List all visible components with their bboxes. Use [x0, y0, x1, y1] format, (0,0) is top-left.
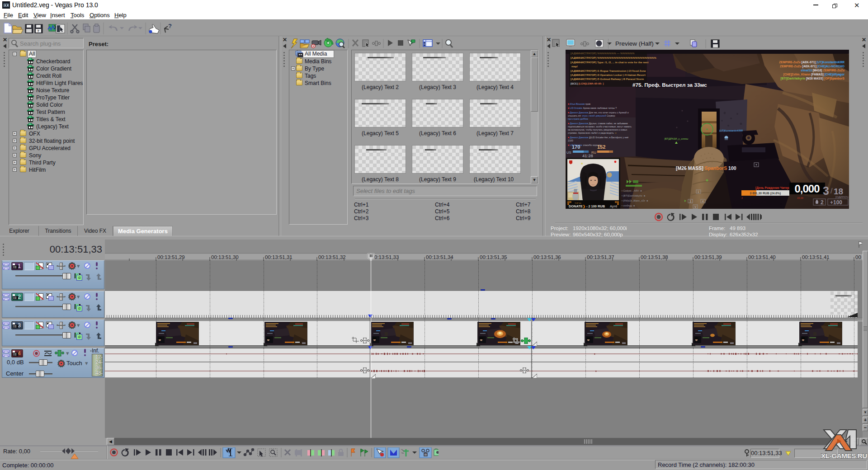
- svg-text:при страте доббле: при страте доббле: [568, 118, 588, 120]
- svg-text:[M26 MASS] SpanborS 100: [M26 MASS] SpanborS 100: [676, 165, 736, 171]
- svg-text:00:13:51,36: 00:13:51,36: [533, 254, 561, 260]
- svg-text:[ОДИНОЧ.]: [ОДИНОЧ.]: [835, 195, 849, 198]
- svg-text:[ВСЕ] [LGN]LEMA-95-95: ]: [ВСЕ] [LGN]LEMA-95-95: ]: [571, 82, 604, 85]
- svg-text:00:13:51,31: 00:13:51,31: [265, 254, 292, 260]
- svg-text:XL-GAMES.RU: XL-GAMES.RU: [821, 452, 867, 460]
- svg-text:?: ?: [37, 29, 39, 33]
- svg-text:2: 2: [741, 197, 743, 199]
- svg-text:DONATE❯ - 2 100 RUB: DONATE❯ - 2 100 RUB: [569, 204, 605, 209]
- svg-text:[АДМИНИСТРАТОР] /1 Rogue Tran: [АДМИНИСТРАТОР] /1 Rogue Transmission | …: [571, 70, 646, 72]
- svg-text:+100: +100: [830, 199, 842, 206]
- svg-text:00:13:51,39: 00:13:51,39: [694, 254, 722, 260]
- svg-text:00: 00: [855, 254, 861, 260]
- svg-text:41:28: 41:28: [582, 153, 593, 158]
- svg-text:0:13:51,33: 0:13:51,33: [374, 254, 399, 260]
- svg-text:00:13:51,40: 00:13:51,40: [748, 254, 776, 260]
- svg-text:слышать её: игра с моей девушк: слышать её: игра с моей девушкой Сервер:: [568, 114, 615, 117]
- svg-text:#75. Преф. Выстрел за 33мс: #75. Преф. Выстрел за 33мс: [632, 82, 707, 88]
- svg-text:V: V: [694, 205, 697, 208]
- svg-text:00:13:51,29: 00:13:51,29: [157, 254, 185, 260]
- svg-text:1: 1: [698, 190, 699, 193]
- svg-text:00:13:51,32: 00:13:51,32: [318, 254, 346, 260]
- svg-text:[АДМИНИСТРАТОР] Type: /1, /2,: [АДМИНИСТРАТОР] Type: /1, /2, ... in cha…: [571, 61, 648, 64]
- svg-text:3: 3: [689, 200, 691, 203]
- svg-text:на колокольчик, чтобы получать: на колокольчик, чтобы получать уведомлен…: [568, 128, 627, 131]
- svg-text:2: 2: [821, 199, 824, 206]
- svg-text:Артë: Артë: [610, 204, 617, 208]
- svg-text:?: ?: [168, 23, 172, 29]
- svg-text:00:13:51,30: 00:13:51,30: [211, 254, 239, 260]
- svg-text:170: 170: [572, 144, 580, 150]
- svg-text:■ Даниил Данилов Друзья, стави: ■ Даниил Данилов Друзья, ставим лайки, н…: [568, 122, 628, 125]
- svg-text:0,000: 0,000: [794, 183, 820, 195]
- svg-text:стримах. Арина всех любит и ра: стримах. Арина всех любит и рада видеть …: [568, 132, 617, 134]
- svg-text:00:13:51,41: 00:13:51,41: [802, 254, 830, 260]
- svg-text:[АДМИНИСТРАТОР] /5 Golmud Rai: [АДМИНИСТРАТОР] /5 Golmud Railway | /6 P…: [571, 78, 644, 80]
- svg-text:■ Даниил Данилов @LID 0nicake: ■ Даниил Данилов @LID 0nicake Нет, в Бат…: [568, 136, 628, 139]
- svg-text:3: 3: [823, 184, 829, 197]
- svg-text:elmal13 [M416] ZEMPIRE-ZuZu: elmal13 [M416] ZEMPIRE-ZuZu: [801, 69, 844, 72]
- svg-text:152: 152: [597, 144, 605, 150]
- svg-text:00:13:51,37: 00:13:51,37: [587, 254, 614, 260]
- svg-text:map!: map!: [571, 65, 578, 68]
- svg-text:[АДМИНИСТРАТОР] %%%%%%%%%%%%%: [АДМИНИСТРАТОР] %%%%%%%%%%%%%%%%%%%%%%%%…: [571, 56, 657, 59]
- svg-text:[CHE]Zelim_Khann [FAMAS] [CHE]: [CHE]Zelim_Khann [FAMAS] [CHE]difyagor: [783, 73, 845, 76]
- svg-text:• [FM]zZz_Blaze_zZz ◄: • [FM]zZz_Blaze_zZz ◄: [622, 199, 648, 202]
- svg-text:[UT]KonstantinKRR: [UT]KonstantinKRR: [719, 129, 743, 132]
- svg-text:■ LID 0nicake Арина какие люби: ■ LID 0nicake Арина какие любимые чипсы …: [568, 107, 617, 109]
- svg-text:ZEMPIRE-ZuZu [AEK-971] [UT]Kon: ZEMPIRE-ZuZu [AEK-971] [UT]KonstantinKRR: [779, 61, 844, 64]
- svg-text:■ Даниил Данилов Для тех, кто: ■ Даниил Данилов Для тех, кто хочет игра…: [568, 111, 629, 114]
- svg-text:/: /: [830, 187, 833, 195]
- svg-text:подписываться на канал, особо: подписываться на канал, особо счастливые…: [568, 125, 632, 128]
- svg-text:[АДМИНИСТРАТОР] %%%%%%%% — %: [АДМИНИСТРАТОР] %%%%%%%% — %%%%%%: [571, 52, 635, 55]
- svg-text:[АДМИНИСТРАТОР] /3 Operation: [АДМИНИСТРАТОР] /3 Operation Locker | /4…: [571, 74, 646, 76]
- svg-text:15,00: 15,00: [797, 197, 803, 199]
- svg-text:2100: 2100: [568, 139, 573, 142]
- svg-text:00:13:51,34: 00:13:51,34: [426, 254, 453, 260]
- svg-text:Preview (Half): Preview (Half): [615, 40, 654, 47]
- svg-text:US: US: [566, 150, 571, 155]
- svg-text:00:13:51,38: 00:13:51,38: [641, 254, 668, 260]
- svg-text:• zzz9•gg ◄: • zzz9•gg ◄: [622, 204, 635, 207]
- svg-text:4: 4: [702, 200, 704, 203]
- svg-text:■ Илья Вишнев прив: ■ Илья Вишнев прив: [568, 103, 590, 105]
- svg-text:ZEMPIRE-ZuZu [AEK-971] [CHE]AL: ZEMPIRE-ZuZu [AEK-971] [CHE]ALI-NOXCHO: [780, 65, 844, 68]
- svg-text:[БТ]ДРАЗИ_у_элины: [БТ]ДРАЗИ_у_элины: [665, 137, 689, 140]
- svg-text:• Codywi…ARV ◄: • Codywi…ARV ◄: [622, 189, 642, 192]
- svg-text:00:13:51,35: 00:13:51,35: [480, 254, 507, 260]
- svg-text:[BTI]DarkValkyrie [M26 MASS] [: [BTI]DarkValkyrie [M26 MASS] [OP]Spanbor…: [781, 77, 845, 80]
- svg-text:18: 18: [834, 187, 843, 196]
- svg-text:• [BTI]DarkValkyrie ◄: • [BTI]DarkValkyrie ◄: [622, 194, 646, 197]
- svg-text:3 691,30 RUB (24.6%): 3 691,30 RUB (24.6%): [750, 192, 781, 195]
